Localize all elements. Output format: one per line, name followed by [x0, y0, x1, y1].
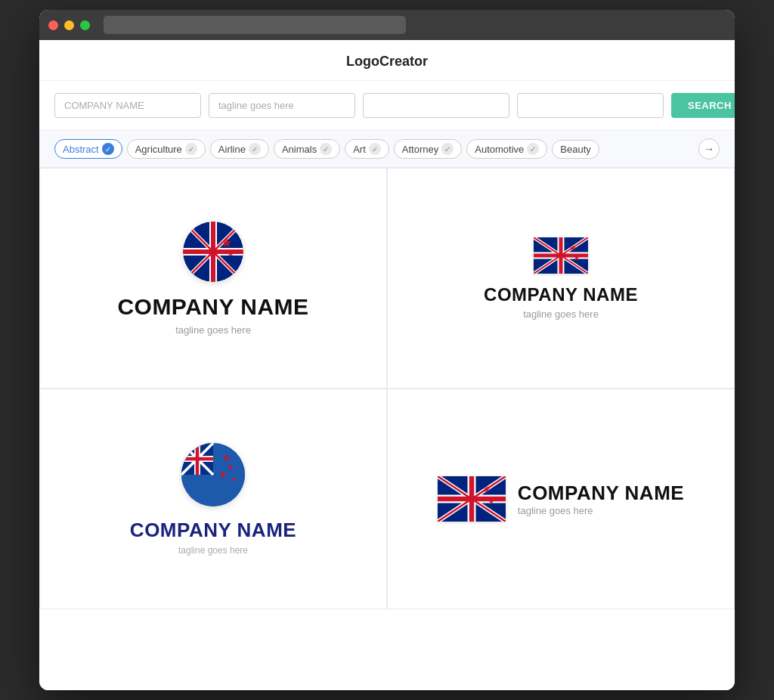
logo-card-4[interactable]: COMPANY NAME tagline goes here [388, 389, 734, 609]
app-content: LogoCreator SEARCH Abstract ✓ Agricultur… [39, 40, 735, 690]
filter-airline[interactable]: Airline ✓ [210, 139, 269, 159]
svg-point-32 [221, 472, 225, 477]
logo-card-1[interactable]: COMPANY NAME tagline goes here [40, 169, 386, 388]
tagline-input[interactable] [209, 93, 355, 118]
close-button[interactable] [48, 20, 58, 30]
logo3-flag-circle [181, 443, 245, 506]
filter-abstract-label: Abstract [63, 144, 99, 155]
search-input-4[interactable] [517, 93, 664, 118]
logo4-tagline: tagline goes here [518, 505, 684, 516]
check-icon-automotive: ✓ [527, 143, 539, 155]
app-title: LogoCreator [346, 54, 428, 69]
logo1-flag-svg [183, 221, 243, 282]
logo3-company-name: COMPANY NAME [130, 519, 296, 542]
filter-airline-label: Airline [218, 144, 246, 155]
logo1-flag-circle [183, 221, 243, 282]
svg-point-34 [233, 478, 236, 481]
logo4-text-block: COMPANY NAME tagline goes here [518, 482, 684, 516]
logo4-flag-rect [438, 476, 506, 522]
filter-beauty-label: Beauty [560, 144, 590, 155]
filter-attorney[interactable]: Attorney ✓ [394, 139, 462, 159]
filter-bar: Abstract ✓ Agriculture ✓ Airline ✓ Anima… [39, 131, 735, 168]
logo4-company-name: COMPANY NAME [518, 482, 684, 505]
check-icon-attorney: ✓ [441, 143, 454, 155]
logo4-flag-svg [438, 476, 506, 522]
filter-art-label: Art [353, 144, 366, 155]
check-icon-abstract: ✓ [102, 143, 114, 155]
svg-point-33 [229, 465, 233, 469]
maximize-button[interactable] [80, 20, 90, 30]
logo3-tagline: tagline goes here [178, 545, 248, 556]
logo2-company-name: COMPANY NAME [484, 284, 638, 305]
app-window: LogoCreator SEARCH Abstract ✓ Agricultur… [39, 10, 735, 690]
filter-animals[interactable]: Animals ✓ [274, 139, 340, 159]
filter-agriculture[interactable]: Agriculture ✓ [127, 139, 206, 159]
check-icon-art: ✓ [369, 143, 381, 155]
logo-card-3[interactable]: COMPANY NAME tagline goes here [40, 389, 386, 609]
search-button[interactable]: SEARCH [671, 93, 735, 118]
logo2-flag-rect [534, 237, 588, 274]
check-icon-animals: ✓ [320, 143, 332, 155]
filter-beauty[interactable]: Beauty [552, 140, 599, 159]
logo1-company-name: COMPANY NAME [117, 294, 308, 320]
filter-abstract[interactable]: Abstract ✓ [54, 139, 122, 159]
logo-card-2[interactable]: COMPANY NAME tagline goes here [388, 169, 734, 388]
filter-attorney-label: Attorney [402, 144, 438, 155]
logo2-tagline: tagline goes here [523, 308, 599, 320]
search-bar: SEARCH [39, 81, 735, 131]
filter-automotive[interactable]: Automotive ✓ [466, 139, 547, 159]
titlebar [39, 10, 735, 40]
filter-animals-label: Animals [282, 144, 317, 155]
company-name-input[interactable] [54, 93, 201, 118]
minimize-button[interactable] [64, 20, 74, 30]
search-input-3[interactable] [363, 93, 509, 118]
logo-grid: COMPANY NAME tagline goes here [39, 168, 735, 609]
filter-automotive-label: Automotive [475, 144, 524, 155]
filter-art[interactable]: Art ✓ [345, 139, 389, 159]
check-icon-airline: ✓ [249, 143, 261, 155]
check-icon-agriculture: ✓ [185, 143, 197, 155]
logo2-flag-svg [534, 237, 588, 274]
logo1-tagline: tagline goes here [175, 324, 251, 336]
filter-next-button[interactable]: → [698, 138, 720, 160]
filter-agriculture-label: Agriculture [135, 144, 182, 155]
address-bar[interactable] [104, 16, 406, 34]
app-header: LogoCreator [39, 40, 735, 81]
logo3-flag-svg [181, 443, 245, 506]
